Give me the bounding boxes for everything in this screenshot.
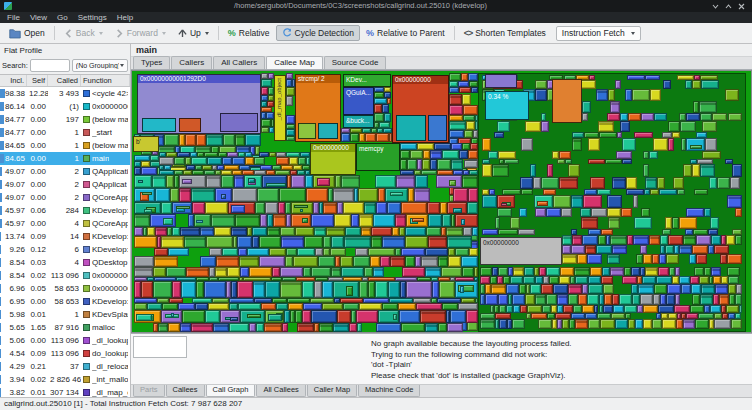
treemap-block[interactable] [396, 115, 426, 141]
treemap-tile[interactable] [735, 235, 742, 245]
treemap-tile[interactable] [191, 157, 206, 165]
treemap-tile[interactable] [317, 178, 330, 186]
treemap-tile[interactable] [222, 157, 231, 165]
treemap-tile[interactable] [423, 150, 430, 159]
treemap-tile[interactable] [701, 284, 715, 294]
treemap-tile[interactable] [172, 227, 180, 237]
treemap-tile[interactable] [302, 281, 314, 297]
table-row[interactable]: 6.950.0058 653KDevelop: [0, 295, 130, 308]
treemap-tile[interactable] [248, 178, 255, 183]
treemap-tile[interactable] [378, 310, 399, 323]
treemap-tile[interactable] [152, 175, 167, 188]
grouping-combo[interactable]: (No Grouping) [72, 59, 128, 72]
treemap-tile[interactable] [568, 294, 578, 305]
treemap-tile[interactable] [582, 235, 597, 245]
treemap-tile[interactable] [353, 256, 370, 267]
treemap-tile[interactable] [171, 313, 174, 317]
treemap-tile[interactable] [700, 113, 712, 121]
treemap-tile[interactable] [244, 175, 262, 188]
treemap-tile[interactable] [645, 267, 658, 276]
treemap-tile[interactable] [154, 248, 168, 256]
treemap-tile[interactable] [546, 267, 560, 276]
treemap-tile[interactable] [449, 73, 461, 81]
treemap-tile[interactable] [185, 134, 196, 146]
treemap-tile[interactable] [166, 267, 186, 277]
treemap-tile[interactable] [581, 217, 598, 229]
treemap-tile[interactable] [410, 150, 423, 159]
menu-settings[interactable]: Settings [73, 12, 112, 23]
treemap-tile[interactable] [447, 323, 464, 332]
treemap-tile[interactable] [602, 267, 610, 276]
treemap-tile[interactable] [179, 188, 190, 201]
treemap-tile[interactable] [628, 113, 640, 121]
treemap-tile[interactable] [293, 256, 317, 267]
treemap-tile[interactable] [395, 214, 407, 226]
treemap-tile[interactable] [305, 175, 313, 188]
tab-all-callers[interactable]: All Callers [213, 56, 265, 69]
minimize-button[interactable] [709, 1, 722, 12]
treemap-tile[interactable] [298, 157, 306, 165]
treemap-tile[interactable] [665, 245, 674, 254]
treemap-tile[interactable] [434, 143, 450, 150]
treemap-tile[interactable] [518, 229, 535, 235]
tab-callers[interactable]: Callers [171, 56, 212, 69]
treemap-tile[interactable] [455, 281, 478, 297]
treemap-tile[interactable] [376, 323, 401, 332]
treemap-tile[interactable] [235, 214, 261, 226]
treemap-tile[interactable] [538, 319, 551, 329]
treemap-tile[interactable] [605, 159, 622, 164]
treemap-tile[interactable] [405, 227, 425, 237]
treemap-tile[interactable] [568, 284, 582, 294]
treemap-tile[interactable] [441, 267, 462, 277]
treemap-tile[interactable] [728, 276, 739, 284]
treemap-tile[interactable] [254, 157, 265, 165]
treemap-tile[interactable] [252, 236, 259, 247]
treemap-tile[interactable] [464, 160, 478, 167]
treemap-tile[interactable] [689, 254, 696, 265]
treemap-tile[interactable] [223, 134, 235, 146]
treemap-tile[interactable] [450, 310, 466, 323]
treemap-tile[interactable] [603, 284, 614, 294]
column-self[interactable]: Self [27, 75, 48, 86]
treemap-tile[interactable] [134, 310, 161, 323]
treemap-tile[interactable] [264, 323, 282, 332]
treemap-tile[interactable] [620, 121, 629, 132]
treemap-tile[interactable] [691, 284, 701, 294]
treemap-tile[interactable] [196, 281, 204, 297]
treemap-tile[interactable] [584, 189, 597, 195]
treemap-tile[interactable] [547, 164, 553, 177]
treemap-tile[interactable] [704, 267, 711, 276]
treemap-tile[interactable] [485, 294, 499, 305]
treemap-tile[interactable] [497, 195, 515, 208]
treemap-tile[interactable] [641, 208, 650, 217]
treemap-tile[interactable] [588, 159, 605, 164]
treemap-tile[interactable] [427, 202, 440, 215]
treemap-block[interactable] [220, 113, 258, 132]
treemap-tile[interactable] [141, 281, 154, 297]
treemap-tile[interactable] [221, 194, 226, 199]
treemap-tile[interactable] [640, 245, 647, 254]
treemap-tile[interactable] [466, 121, 475, 130]
treemap-tile[interactable] [455, 214, 478, 226]
treemap-tile[interactable] [641, 113, 654, 121]
treemap-tile[interactable] [497, 121, 511, 132]
treemap-tile[interactable] [610, 267, 624, 276]
treemap-tile[interactable] [291, 214, 311, 226]
treemap-tile[interactable] [458, 303, 478, 310]
treemap-tile[interactable] [469, 248, 478, 256]
treemap-tile[interactable] [571, 195, 583, 208]
treemap-tile[interactable] [601, 276, 613, 284]
treemap-tile[interactable] [447, 202, 467, 215]
treemap-tile[interactable] [585, 245, 596, 254]
treemap-tile[interactable] [727, 195, 742, 208]
treemap-tile[interactable] [610, 235, 627, 245]
treemap-tile[interactable] [302, 310, 312, 323]
treemap-tile[interactable] [498, 267, 508, 276]
treemap-tile[interactable] [214, 227, 232, 237]
treemap-tile[interactable] [701, 80, 719, 89]
treemap-tile[interactable] [134, 188, 155, 201]
treemap-tile[interactable] [430, 150, 443, 159]
treemap-tile[interactable] [499, 319, 506, 329]
treemap-tile[interactable] [356, 310, 379, 323]
treemap-tile[interactable] [388, 281, 400, 297]
